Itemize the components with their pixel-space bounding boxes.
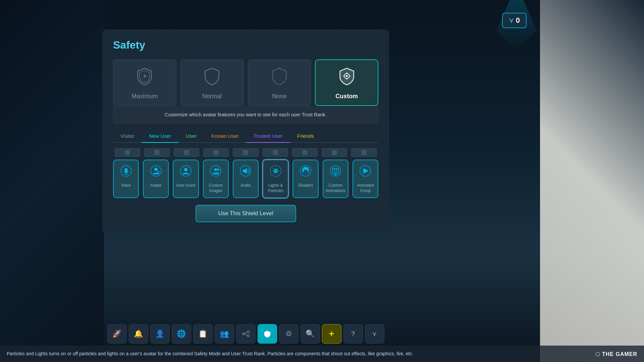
preset-normal-icon: [203, 67, 221, 88]
feature-user-icons[interactable]: User Icons: [173, 160, 199, 198]
taskbar-person[interactable]: 👤: [150, 324, 170, 344]
customize-info: Customize which avatar features you want…: [113, 106, 378, 124]
custom-animations-label: CustomAnimations: [325, 183, 345, 193]
preset-normal-label: Normal: [202, 93, 222, 100]
feature-voice[interactable]: Voice: [113, 160, 139, 198]
checkbox-custom-animations[interactable]: [322, 148, 347, 157]
svg-point-15: [214, 168, 217, 171]
avatar-icon: [150, 165, 162, 180]
taskbar-list[interactable]: 📋: [193, 324, 213, 344]
checkbox-voice[interactable]: [115, 148, 140, 157]
watermark: ⬡ THE GAMER: [595, 351, 637, 357]
tab-visitor[interactable]: Visitor: [113, 130, 142, 142]
taskbar-rocket[interactable]: 🚀: [107, 324, 127, 344]
custom-images-label: CustomImages: [209, 183, 223, 193]
feature-shaders[interactable]: Shaders: [292, 160, 318, 198]
voice-label: Voice: [121, 183, 131, 188]
custom-animations-icon: [329, 165, 341, 180]
feature-avatar[interactable]: Avatar: [143, 160, 169, 198]
feature-buttons: Voice Avatar: [113, 160, 378, 198]
svg-line-41: [245, 332, 247, 334]
taskbar-question[interactable]: ?: [343, 324, 363, 344]
panel-title: Safety: [113, 39, 378, 51]
svg-point-38: [243, 333, 245, 335]
checkbox-audio[interactable]: [233, 148, 258, 157]
tab-user[interactable]: User: [178, 130, 204, 142]
checkbox-user-icons[interactable]: [174, 148, 199, 157]
tab-friends[interactable]: Friends: [290, 130, 321, 142]
svg-text:★: ★: [143, 73, 147, 79]
audio-icon: [239, 165, 252, 180]
user-icons-icon: [180, 165, 192, 180]
svg-point-2: [346, 75, 348, 77]
svg-point-39: [247, 331, 249, 333]
taskbar-gear[interactable]: ⚙: [279, 324, 299, 344]
tooltip-bar: Particles and Lights turns on or off par…: [0, 346, 644, 362]
tab-trusted-user[interactable]: Trusted User: [246, 130, 290, 142]
safety-panel: Safety ★ Maximum Normal: [102, 29, 389, 233]
taskbar-bell[interactable]: 🔔: [129, 324, 148, 344]
preset-custom[interactable]: Custom: [315, 59, 378, 106]
use-shield-button[interactable]: Use This Shield Level: [196, 205, 296, 222]
tab-new-user[interactable]: New User: [142, 130, 178, 142]
animated-emoji-label: AnimatedEmoji: [357, 183, 374, 193]
checkbox-custom-images[interactable]: [203, 148, 229, 157]
svg-line-42: [245, 334, 247, 336]
lights-particles-icon: [270, 165, 282, 180]
checkbox-shaders[interactable]: [292, 148, 318, 157]
taskbar-plus[interactable]: +: [322, 324, 341, 344]
taskbar-nodes[interactable]: [236, 324, 256, 344]
preset-maximum-label: Maximum: [131, 93, 158, 100]
bg-left: [0, 0, 104, 362]
user-icons-label: User Icons: [176, 183, 195, 188]
lights-particles-label: Lights &Particles: [268, 183, 283, 193]
svg-point-40: [247, 335, 249, 337]
taskbar-group[interactable]: 👥: [215, 324, 234, 344]
shaders-label: Shaders: [298, 183, 313, 188]
taskbar-search[interactable]: 🔍: [301, 324, 320, 344]
bg-right: [540, 0, 644, 362]
watermark-text: THE GAMER: [602, 351, 637, 357]
feature-audio[interactable]: Audio: [233, 160, 259, 198]
svg-point-16: [217, 169, 219, 171]
shield-presets: ★ Maximum Normal None: [113, 59, 378, 106]
audio-label: Audio: [240, 183, 251, 188]
customize-info-text: Customize which avatar features you want…: [165, 112, 327, 117]
checkbox-lights-particles[interactable]: [263, 148, 288, 157]
shaders-icon: [300, 165, 312, 180]
preset-none-icon: [270, 67, 289, 88]
feature-checkboxes: [113, 148, 378, 157]
preset-normal[interactable]: Normal: [180, 59, 244, 106]
preset-maximum-icon: ★: [135, 67, 154, 88]
tooltip-text: Particles and Lights turns on or off par…: [7, 351, 413, 356]
svg-point-11: [154, 168, 158, 171]
preset-custom-icon: [337, 67, 356, 88]
feature-custom-animations[interactable]: CustomAnimations: [323, 160, 348, 198]
taskbar: 🚀 🔔 👤 🌐 📋 👥 ⚙ 🔍 + ? ⋎: [102, 324, 389, 344]
taskbar-shield[interactable]: [258, 324, 277, 344]
avatar-label: Avatar: [150, 183, 162, 188]
svg-point-13: [184, 168, 187, 171]
trust-tabs: Visitor New User User Known User Trusted…: [113, 130, 378, 143]
currency-value: 0: [516, 16, 520, 25]
taskbar-logo[interactable]: ⋎: [365, 324, 384, 344]
taskbar-globe[interactable]: 🌐: [172, 324, 191, 344]
preset-maximum[interactable]: ★ Maximum: [113, 59, 176, 106]
feature-lights-particles[interactable]: Lights &Particles: [263, 160, 288, 198]
preset-none[interactable]: None: [248, 59, 311, 106]
currency-badge: ⋎ 0: [502, 13, 527, 28]
feature-custom-images[interactable]: CustomImages: [203, 160, 229, 198]
checkbox-animated-emoji[interactable]: [351, 148, 377, 157]
preset-custom-label: Custom: [335, 93, 358, 100]
feature-section: Voice Avatar: [113, 148, 378, 198]
feature-animated-emoji[interactable]: AnimatedEmoji: [353, 160, 378, 198]
checkbox-avatar[interactable]: [144, 148, 170, 157]
custom-images-icon: [210, 165, 222, 180]
animated-emoji-icon: [359, 165, 371, 180]
voice-icon: [120, 165, 132, 180]
svg-point-20: [273, 169, 278, 173]
currency-icon: ⋎: [509, 16, 514, 24]
preset-none-label: None: [272, 93, 286, 100]
tab-known-user[interactable]: Known User: [204, 130, 246, 142]
